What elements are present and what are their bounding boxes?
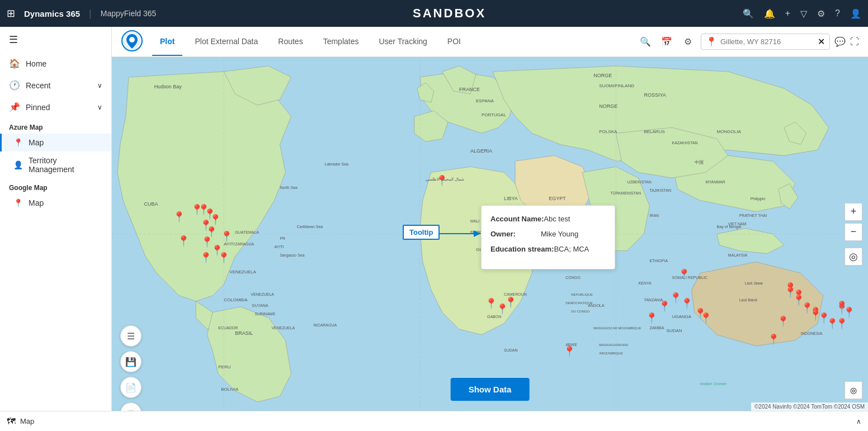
location-input[interactable] <box>720 37 814 46</box>
bottom-chevron-icon[interactable]: ∧ <box>856 418 861 425</box>
svg-text:TAJIKISTAN: TAJIKISTAN <box>649 188 671 192</box>
svg-text:KAZAKHSTAN: KAZAKHSTAN <box>672 141 697 145</box>
map-pin-red[interactable]: 📍 <box>777 316 789 326</box>
list-tool-button[interactable]: ☰ <box>120 325 141 347</box>
zoom-out-button[interactable]: − <box>845 223 862 241</box>
chat-button[interactable]: 💬 <box>834 36 846 47</box>
location-search-box[interactable]: 📍 ✕ <box>701 34 830 50</box>
map-pin-red[interactable]: 📍 <box>767 334 780 344</box>
map-pin-red[interactable]: 📍 <box>658 301 671 311</box>
tooltip-arrow-svg <box>438 228 483 239</box>
recent-icon: 🕐 <box>9 80 20 91</box>
tab-plot[interactable]: Plot <box>152 28 182 56</box>
right-panel: Plot Plot External Data Routes Templates… <box>112 27 868 411</box>
bottom-map-label: Map <box>20 417 34 425</box>
svg-text:Labrador Sea: Labrador Sea <box>325 162 349 166</box>
svg-text:UZBEKISTAN: UZBEKISTAN <box>627 180 651 184</box>
location-button[interactable]: ◎ <box>845 381 862 399</box>
search-icon[interactable]: 🔍 <box>743 8 754 19</box>
svg-text:SUDAN: SUDAN <box>666 328 682 333</box>
map-pin-green[interactable]: 📍 <box>678 269 690 280</box>
sidebar-item-territory-management[interactable]: 👤 Territory Management <box>0 151 111 178</box>
hamburger-button[interactable]: ☰ <box>0 27 111 53</box>
tab-user-tracking[interactable]: User Tracking <box>371 28 435 56</box>
add-icon[interactable]: + <box>785 8 790 18</box>
tab-routes[interactable]: Routes <box>270 28 310 56</box>
svg-text:GABON: GABON <box>487 315 501 319</box>
territory-label: Territory Management <box>29 156 102 174</box>
filter-icon[interactable]: ▽ <box>800 8 807 19</box>
settings-icon[interactable]: ⚙ <box>817 8 825 19</box>
svg-text:ALGERIA: ALGERIA <box>470 148 492 154</box>
svg-text:BELARUS: BELARUS <box>644 129 664 134</box>
azure-map-label: Map <box>29 138 44 147</box>
svg-text:PORTUGAL: PORTUGAL <box>482 112 506 117</box>
dynamics365-title: Dynamics 365 <box>24 9 80 18</box>
map-pin-red[interactable]: 📍 <box>177 236 190 246</box>
svg-text:Caribbean Sea: Caribbean Sea <box>296 225 323 229</box>
top-bar-icons: 🔍 🔔 + ▽ ⚙ ? 👤 <box>743 8 861 19</box>
svg-text:IRAN: IRAN <box>649 214 659 217</box>
sidebar-item-home[interactable]: 🏠 Home <box>0 53 111 74</box>
svg-text:Philippin: Philippin <box>751 197 766 201</box>
sidebar-item-recent[interactable]: 🕐 Recent ∨ <box>0 74 111 96</box>
expand-button[interactable]: ⛶ <box>850 37 859 47</box>
map-pin-red[interactable]: 📍 <box>200 253 212 263</box>
map-pin-red[interactable]: 📍 <box>645 313 658 323</box>
map-pin-red[interactable]: 📍 <box>669 293 682 303</box>
map-pin-red[interactable]: 📍 <box>436 176 448 186</box>
map-pin-red[interactable]: 📍 <box>700 313 712 323</box>
help-icon[interactable]: ? <box>835 8 840 18</box>
document-tool-button[interactable]: 📄 <box>120 377 141 398</box>
map-pin-green[interactable]: 📍 <box>504 297 517 307</box>
recent-label: Recent <box>26 81 50 90</box>
tab-plot-external[interactable]: Plot External Data <box>187 28 266 56</box>
divider: | <box>89 8 92 20</box>
map-pin-red[interactable]: 📍 <box>173 212 185 222</box>
user-icon[interactable]: 👤 <box>850 8 861 19</box>
save-tool-button[interactable]: 💾 <box>120 351 141 372</box>
svg-text:DEMOCRATIQUE: DEMOCRATIQUE <box>565 301 593 305</box>
map-pin-green[interactable]: 📍 <box>836 319 848 329</box>
map-pin-red[interactable]: 📍 <box>220 231 233 241</box>
svg-text:NORGE: NORGE <box>593 73 612 78</box>
svg-text:GUYANA: GUYANA <box>252 304 268 307</box>
map-left-tools: ☰ 💾 📄 ⊞ ≡ ↻ <box>120 325 141 411</box>
sidebar-item-azure-map[interactable]: 📍 Map <box>0 134 111 151</box>
svg-text:CUBA: CUBA <box>144 201 158 207</box>
svg-text:Sargasso Sea: Sargasso Sea <box>280 253 304 258</box>
map-pin-red[interactable]: 📍 <box>218 253 230 263</box>
search-tool-button[interactable]: 🔍 <box>637 34 654 50</box>
compass-button[interactable]: ◎ <box>845 248 862 266</box>
map-pin-red[interactable]: 📍 <box>205 227 218 237</box>
map-pin-green[interactable]: 📍 <box>191 205 203 215</box>
sidebar-item-google-map[interactable]: 📍 Map <box>0 194 111 212</box>
azure-map-section: Azure Map <box>0 118 111 134</box>
map-pin-red[interactable]: 📍 <box>563 347 575 357</box>
map-pin-green[interactable]: 📍 <box>836 301 848 311</box>
svg-text:TÜRKMENISTAN: TÜRKMENISTAN <box>610 191 641 195</box>
svg-text:LIBYA: LIBYA <box>504 196 518 201</box>
svg-text:COLOMBIA: COLOMBIA <box>224 297 248 302</box>
svg-text:VENEZUELA: VENEZUELA <box>251 292 274 296</box>
svg-text:INDONESIA: INDONESIA <box>801 331 823 335</box>
clear-icon[interactable]: ✕ <box>818 36 825 47</box>
zoom-in-button[interactable]: + <box>845 203 862 221</box>
sidebar-item-pinned[interactable]: 📌 Pinned ∨ <box>0 96 111 118</box>
show-data-button[interactable]: Show Data <box>451 378 530 401</box>
map-pin-red[interactable]: 📍 <box>485 299 497 309</box>
notification-icon[interactable]: 🔔 <box>764 8 775 19</box>
chevron-down-icon: ∨ <box>97 103 102 111</box>
tooltip-owner-row: Owner: Mike Young <box>490 230 606 238</box>
map-container[interactable]: Hudson Bay CUBA AYITI VENEZUELA COLOMBIA… <box>112 57 868 411</box>
calendar-tool-button[interactable]: 📅 <box>658 34 675 50</box>
map-pin-green[interactable]: 📍 <box>809 310 822 320</box>
tab-templates[interactable]: Templates <box>315 28 367 56</box>
svg-text:KENYA: KENYA <box>638 281 652 285</box>
settings-tool-button[interactable]: ⚙ <box>680 34 696 50</box>
grid-tool-button[interactable]: ⊞ <box>120 402 141 411</box>
grid-icon[interactable]: ⊞ <box>7 7 15 20</box>
map-pin-red[interactable]: 📍 <box>681 299 693 309</box>
svg-text:PR: PR <box>280 236 285 240</box>
tab-poi[interactable]: POI <box>440 28 469 56</box>
